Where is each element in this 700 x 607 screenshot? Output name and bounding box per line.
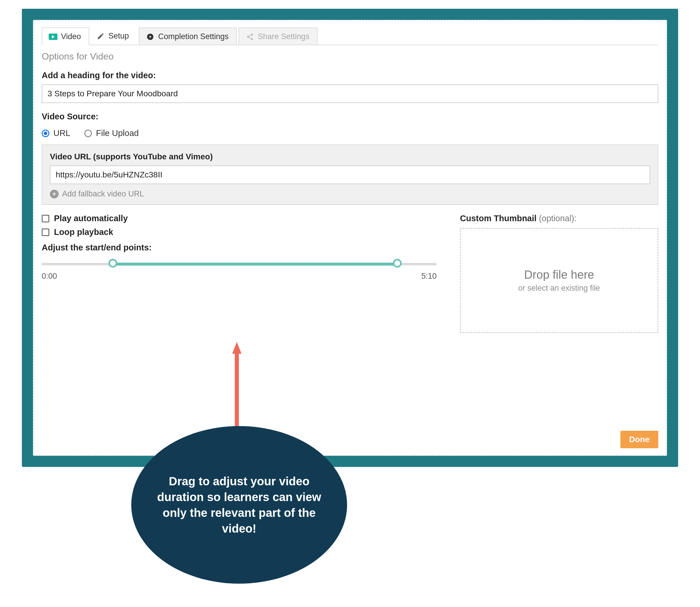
heading-input[interactable]	[42, 84, 658, 103]
tab-bar: Video Setup Completion Settings Share Se…	[42, 27, 658, 45]
app-frame: Video Setup Completion Settings Share Se…	[22, 9, 678, 467]
check-play-auto-label: Play automatically	[54, 214, 128, 223]
thumbnail-optional: (optional):	[539, 214, 577, 223]
tab-share-label: Share Settings	[258, 32, 309, 41]
add-fallback-label: Add fallback video URL	[62, 189, 144, 198]
play-circle-icon	[146, 33, 155, 41]
video-icon	[49, 33, 58, 41]
tab-completion-label: Completion Settings	[158, 32, 229, 41]
done-button[interactable]: Done	[620, 431, 658, 448]
settings-panel: Video Setup Completion Settings Share Se…	[33, 20, 667, 456]
right-column: Custom Thumbnail (optional): Drop file h…	[460, 214, 658, 333]
annotation-callout: Drag to adjust your video duration so le…	[131, 426, 347, 584]
slider-track[interactable]	[42, 260, 437, 268]
slider-end-time: 5:10	[421, 272, 437, 281]
source-radio-group: URL File Upload	[42, 128, 658, 138]
pencil-icon	[96, 32, 105, 41]
heading-label: Add a heading for the video:	[42, 70, 658, 80]
adjust-label: Adjust the start/end points:	[42, 243, 437, 252]
radio-url-label: URL	[53, 128, 70, 138]
tab-video-label: Video	[61, 32, 81, 41]
checkbox-loop	[42, 229, 49, 236]
lower-area: Play automatically Loop playback Adjust …	[42, 214, 658, 333]
checkbox-play-auto	[42, 215, 49, 222]
video-source-label: Video Source:	[42, 112, 658, 121]
tab-share[interactable]: Share Settings	[239, 27, 318, 45]
check-loop-label: Loop playback	[54, 227, 113, 237]
left-column: Play automatically Loop playback Adjust …	[42, 214, 437, 333]
radio-file-upload[interactable]: File Upload	[84, 128, 139, 138]
tab-setup[interactable]: Setup	[89, 27, 137, 45]
svg-point-2	[247, 36, 249, 38]
tab-setup-label: Setup	[109, 32, 129, 41]
thumbnail-dropzone[interactable]: Drop file here or select an existing fil…	[460, 228, 658, 333]
tab-completion[interactable]: Completion Settings	[139, 27, 237, 45]
slider-times: 0:00 5:10	[42, 272, 437, 281]
thumbnail-label: Custom Thumbnail (optional):	[460, 214, 658, 223]
slider-track-active	[113, 263, 397, 266]
dropzone-title: Drop file here	[524, 268, 594, 281]
share-icon	[246, 33, 254, 41]
duration-slider: 0:00 5:10	[42, 260, 437, 281]
dropzone-subtitle: or select an existing file	[518, 284, 600, 293]
callout-text: Drag to adjust your video duration so le…	[155, 473, 324, 537]
slider-handle-start[interactable]	[109, 259, 117, 268]
slider-handle-end[interactable]	[393, 259, 402, 268]
video-url-input[interactable]	[50, 165, 650, 184]
check-play-automatically[interactable]: Play automatically	[42, 214, 437, 223]
svg-point-3	[251, 38, 253, 40]
radio-file-label: File Upload	[96, 128, 139, 138]
svg-point-1	[251, 34, 253, 36]
plus-circle-icon: +	[50, 190, 59, 198]
url-box-title: Video URL (supports YouTube and Vimeo)	[50, 152, 650, 161]
radio-url-dot	[42, 130, 49, 137]
check-loop-playback[interactable]: Loop playback	[42, 227, 437, 237]
url-box: Video URL (supports YouTube and Vimeo) +…	[42, 144, 658, 205]
radio-url[interactable]: URL	[42, 128, 70, 138]
thumbnail-label-text: Custom Thumbnail	[460, 214, 539, 223]
slider-start-time: 0:00	[42, 272, 57, 281]
radio-file-dot	[84, 130, 92, 137]
tab-video[interactable]: Video	[42, 27, 89, 45]
section-title: Options for Video	[42, 51, 658, 62]
add-fallback-url[interactable]: + Add fallback video URL	[50, 189, 650, 198]
